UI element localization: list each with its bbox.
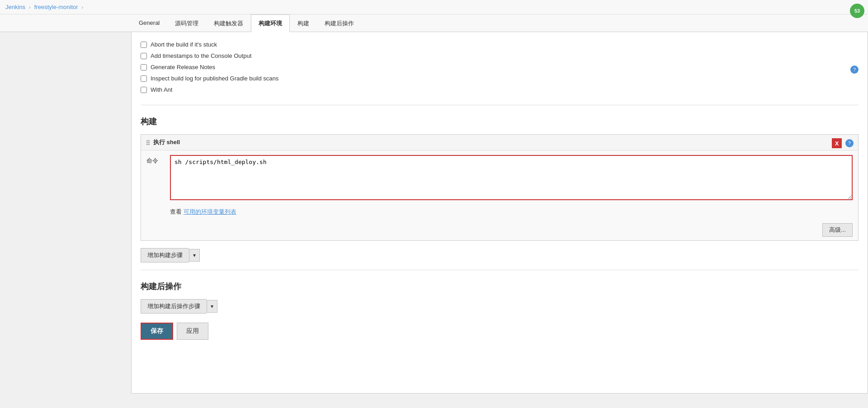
checkbox-with-ant-row: Abort the build if it's stuck Add timest… [141,41,859,98]
action-buttons: 保存 应用 [141,323,859,340]
post-build-section: 构建后操作 增加构建后操作步骤 ▾ [141,281,859,314]
release-notes-label: Generate Release Notes [151,64,215,70]
add-step-btn-row: 增加构建步骤 ▾ [141,248,859,263]
advanced-btn-row: 高级... [141,220,858,240]
add-post-build-btn-row: 增加构建后操作步骤 ▾ [141,299,859,314]
checkbox-gradle[interactable] [141,75,147,82]
add-build-step-button[interactable]: 增加构建步骤 [141,248,189,263]
add-post-build-button[interactable]: 增加构建后操作步骤 [141,299,207,314]
abort-build-label: Abort the build if it's stuck [151,41,217,48]
save-button[interactable]: 保存 [142,324,172,339]
build-step-card: 执行 shell X ? 命令 查看 可用的环境变量列表 高级... [141,134,859,241]
checkbox-release-notes[interactable] [141,64,147,70]
content-panel: Abort the build if it's stuck Add timest… [131,32,868,394]
env-link-row: 查看 可用的环境变量列表 [141,206,858,220]
with-ant-label: With Ant [151,86,172,93]
tab-build[interactable]: 构建 [290,14,317,32]
drag-handle[interactable] [146,140,150,145]
avatar[interactable]: 53 [850,4,864,18]
checkbox-gradle-item: Inspect build log for published Gradle b… [141,75,850,82]
tab-general[interactable]: General [131,14,167,32]
checkbox-abort-build-item: Abort the build if it's stuck [141,41,850,48]
build-section-title: 构建 [141,116,859,127]
checkbox-timestamps[interactable] [141,53,147,59]
step-help-icon[interactable]: ? [845,139,854,147]
timestamps-label: Add timestamps to the Console Output [151,52,251,59]
advanced-button[interactable]: 高级... [822,223,853,237]
apply-button[interactable]: 应用 [177,323,208,340]
save-btn-wrapper: 保存 [141,323,173,340]
checkbox-with-ant[interactable] [141,87,147,93]
breadcrumb-sep-1: › [29,5,31,10]
checkbox-with-ant-item: With Ant [141,86,850,93]
command-input-wrapper [170,155,853,202]
tab-source-mgmt[interactable]: 源码管理 [167,14,206,32]
post-build-section-title: 构建后操作 [141,281,859,292]
tab-post-build[interactable]: 构建后操作 [317,14,362,32]
build-env-help-icon[interactable]: ? [850,66,859,74]
breadcrumb-jenkins[interactable]: Jenkins [5,4,25,10]
add-build-step-arrow[interactable]: ▾ [189,249,200,262]
build-section: 构建 执行 shell [141,116,859,263]
build-step-header: 执行 shell [141,135,858,150]
tab-build-env[interactable]: 构建环境 [251,14,290,32]
breadcrumb-sep-2: › [82,5,84,10]
checkbox-release-notes-item: Generate Release Notes [141,64,850,70]
checkbox-timestamps-item: Add timestamps to the Console Output [141,52,850,59]
delete-step-button[interactable]: X [832,138,842,148]
tab-build-trigger[interactable]: 构建触发器 [206,14,251,32]
separator-1 [141,105,859,105]
env-link-prefix: 查看 [170,208,184,215]
separator-2 [141,270,859,270]
step-title: 执行 shell [153,138,180,146]
command-label: 命令 [146,155,165,165]
build-env-section: Abort the build if it's stuck Add timest… [141,41,859,98]
breadcrumb-freestyle-monitor[interactable]: freestyle-monitor [34,4,78,10]
gradle-label: Inspect build log for published Gradle b… [151,75,278,82]
command-row: 命令 [141,150,858,206]
top-nav: Jenkins › freestyle-monitor › [0,0,868,14]
add-post-build-arrow[interactable]: ▾ [207,300,217,313]
env-link[interactable]: 可用的环境变量列表 [184,208,236,215]
checkbox-abort-build[interactable] [141,42,147,48]
command-textarea[interactable] [170,155,853,200]
tabs-bar: General 源码管理 构建触发器 构建环境 构建 构建后操作 [0,14,868,32]
